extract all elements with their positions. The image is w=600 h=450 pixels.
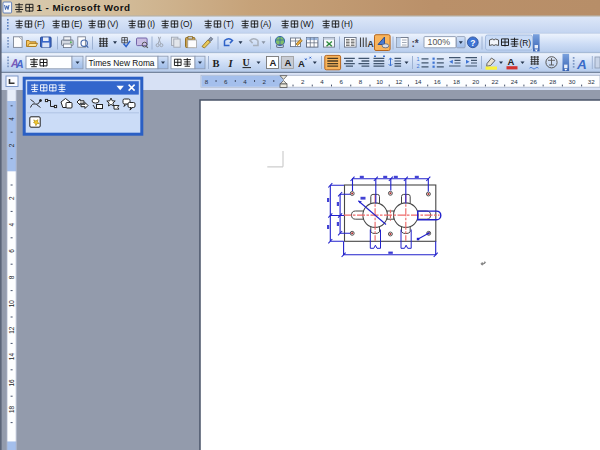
svg-text:6: 6 [8,249,15,253]
svg-text:(W): (W) [300,19,314,29]
svg-text:(O): (O) [180,19,192,29]
svg-text:1: 1 [417,56,420,62]
svg-text:20: 20 [472,78,479,85]
svg-text:(E): (E) [71,19,82,29]
svg-text:8: 8 [205,78,209,85]
svg-text:(V): (V) [107,19,118,29]
svg-text:A: A [285,57,292,68]
svg-text:18: 18 [8,405,15,413]
svg-text:16: 16 [8,379,15,387]
svg-text:4: 4 [8,117,15,121]
svg-text:2: 2 [262,78,266,85]
svg-text:8: 8 [8,275,15,279]
svg-text:2: 2 [8,143,15,147]
svg-text:100%: 100% [428,37,451,47]
svg-text:26: 26 [530,78,537,85]
svg-text:A: A [576,57,587,72]
svg-text:(I): (I) [147,19,155,29]
svg-text:B: B [213,58,220,69]
svg-text:10: 10 [8,300,15,308]
svg-text:16: 16 [434,78,441,85]
svg-text:28: 28 [549,78,556,85]
svg-text:18: 18 [453,78,460,85]
svg-text:(F): (F) [34,19,45,29]
svg-text:(H): (H) [341,19,353,29]
svg-text:(R): (R) [520,38,532,48]
svg-text:8: 8 [359,78,363,85]
svg-text:22: 22 [492,78,499,85]
svg-text:2: 2 [301,78,305,85]
svg-text:4: 4 [243,78,247,85]
svg-text:(A): (A) [260,19,271,29]
svg-text:12: 12 [395,78,402,85]
svg-text:12: 12 [8,326,15,334]
svg-text:A: A [15,58,24,70]
svg-text:32: 32 [588,78,595,85]
svg-text:2: 2 [8,196,15,200]
svg-text:24: 24 [511,78,518,85]
svg-text:30: 30 [569,78,576,85]
svg-text:1 - Microsoft Word: 1 - Microsoft Word [37,2,131,13]
svg-text:A: A [368,39,374,49]
svg-text:6: 6 [224,78,228,85]
svg-text:4: 4 [320,78,324,85]
svg-text:6: 6 [339,78,343,85]
svg-text:2: 2 [417,63,420,69]
svg-text:?: ? [470,38,475,48]
svg-text:(T): (T) [223,19,234,29]
svg-text:14: 14 [415,78,422,85]
svg-text:10: 10 [376,78,383,85]
svg-text::*: :* [412,38,419,49]
svg-text:A: A [508,56,515,67]
svg-text:A: A [298,58,305,69]
svg-text:14: 14 [8,353,15,361]
svg-text:U: U [243,57,250,68]
svg-text:4: 4 [8,222,15,226]
svg-text:Times New Roma: Times New Roma [89,58,156,68]
svg-text:A: A [270,57,277,68]
